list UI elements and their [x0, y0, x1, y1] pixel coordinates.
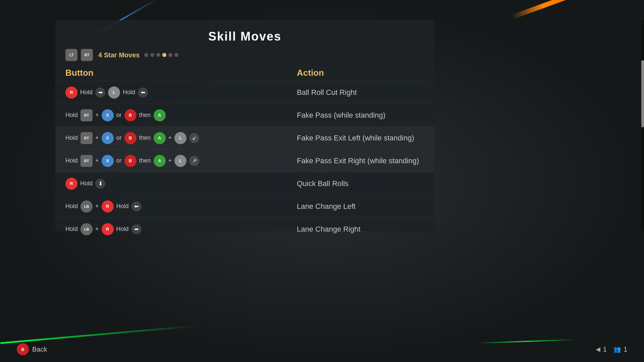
scrollbar-thumb[interactable]	[641, 60, 644, 127]
bottom-bar: B Back ◀ 1 👥 1	[0, 343, 644, 355]
plus-4a: +	[95, 157, 99, 164]
action-name-3: Fake Pass Exit Left (while standing)	[297, 134, 434, 142]
button-combo-6: Hold LB + R Hold ⬅	[55, 200, 297, 213]
action-name-4: Fake Pass Exit Right (while standing)	[297, 157, 434, 165]
b-icon-2: B	[124, 109, 137, 121]
player-icon: 👥	[613, 346, 621, 353]
move-row-2: Hold RT + X or B then A Fake Pass (while…	[55, 104, 434, 126]
plus-4b: +	[168, 157, 172, 164]
or-4: or	[116, 157, 122, 164]
button-combo-4: Hold RT + X or B then A + L ↗	[55, 155, 297, 167]
r-icon-1: R	[65, 86, 77, 99]
a-icon-3: A	[154, 132, 166, 144]
action-name-6: Lane Change Left	[297, 202, 434, 211]
x-icon-4: X	[102, 155, 114, 167]
r-icon-6: R	[102, 200, 114, 213]
action-name-2: Fake Pass (while standing)	[297, 111, 434, 120]
page-info: ◀ 1 👥 1	[596, 346, 627, 353]
hold-text-3: Hold	[65, 134, 78, 141]
back-button[interactable]: B Back	[17, 343, 47, 355]
button-combo-7: Hold LB + R Hold ➡	[55, 223, 297, 235]
move-row-1: R Hold ➡ L Hold ⬅ Ball Roll Cut Right	[55, 81, 434, 104]
move-row-7: Hold LB + R Hold ➡ Lane Change Right	[55, 218, 434, 240]
arrow-down-5: ⬇	[95, 179, 105, 189]
hold-text-2: Hold	[65, 112, 78, 119]
hold-text-6: Hold	[65, 203, 78, 210]
arrow-left-1: ⬅	[138, 87, 148, 98]
lb-icon-7: LB	[80, 223, 93, 235]
hold-text-5: Hold	[80, 180, 93, 187]
then-2: then	[139, 112, 151, 119]
l-icon-1: L	[108, 86, 120, 99]
dot-indicators	[144, 53, 178, 57]
rt-icon-3: RT	[80, 132, 93, 144]
button-combo-5: R Hold ⬇	[55, 178, 297, 190]
rt-button[interactable]: RT	[81, 49, 93, 61]
plus-3b: +	[168, 134, 172, 141]
r-icon-5: R	[65, 178, 77, 190]
category-label: 4 Star Moves	[98, 51, 140, 59]
plus-3a: +	[95, 134, 99, 141]
action-column-header: Action	[297, 68, 434, 78]
button-combo-1: R Hold ➡ L Hold ⬅	[55, 86, 297, 99]
page-title: Skill Moves	[55, 20, 434, 49]
dot-1	[144, 53, 148, 57]
action-name-7: Lane Change Right	[297, 225, 434, 234]
moves-list: R Hold ➡ L Hold ⬅ Ball Roll Cut Right Ho…	[55, 81, 434, 244]
arrow-right-7: ➡	[131, 224, 142, 234]
hold-text-1: Hold	[80, 89, 93, 96]
hold-text-6b: Hold	[116, 203, 129, 210]
b-icon-4: B	[124, 155, 137, 167]
b-back-icon: B	[17, 343, 29, 355]
then-3: then	[139, 134, 151, 141]
a-icon-2: A	[154, 109, 166, 121]
or-3: or	[116, 134, 122, 141]
page-number: 1	[603, 346, 607, 353]
action-name-5: Quick Ball Rolls	[297, 179, 434, 188]
arrow-left-6: ⬅	[131, 201, 142, 212]
move-row-4: → Hold RT + X or B then A + L ↗ Fake Pas…	[55, 149, 434, 172]
l-icon-3: L	[174, 132, 186, 144]
dot-5	[168, 53, 172, 57]
player-indicator: 👥 1	[613, 346, 627, 353]
page-indicator: ◀ 1	[596, 346, 607, 353]
b-icon-3: B	[124, 132, 137, 144]
arrow-right-1: ➡	[95, 87, 105, 98]
dot-4-active	[162, 53, 166, 57]
dot-2	[150, 53, 154, 57]
rt-icon-4: RT	[80, 155, 93, 167]
lt-button[interactable]: LT	[65, 49, 77, 61]
move-row-6: Hold LB + R Hold ⬅ Lane Change Left	[55, 195, 434, 218]
player-count: 1	[624, 346, 627, 353]
plus-6: +	[95, 203, 99, 210]
main-panel: Skill Moves LT RT 4 Star Moves Button Ac…	[55, 20, 434, 231]
lb-icon-6: LB	[80, 200, 93, 213]
hold-text-7b: Hold	[116, 226, 129, 233]
l-icon-4: L	[174, 155, 186, 167]
prev-page-icon[interactable]: ◀	[596, 346, 600, 353]
then-4: then	[139, 157, 151, 164]
or-2: or	[116, 112, 122, 119]
dot-3	[156, 53, 160, 57]
column-headers: Button Action	[55, 64, 434, 81]
x-icon-2: X	[102, 109, 114, 121]
rt-icon-2: RT	[80, 109, 93, 121]
plus-7: +	[95, 226, 99, 233]
x-icon-3: X	[102, 132, 114, 144]
hold-text-7: Hold	[65, 226, 78, 233]
button-combo-2: Hold RT + X or B then A	[55, 109, 297, 121]
tab-navigation: LT RT 4 Star Moves	[55, 49, 434, 64]
arrow-downleft-3: ↙	[189, 133, 199, 143]
move-row-3: → Hold RT + X or B then A + L ↙ Fake Pas…	[55, 126, 434, 149]
a-icon-4: A	[154, 155, 166, 167]
r-icon-7: R	[102, 223, 114, 235]
move-row-5: R Hold ⬇ Quick Ball Rolls	[55, 172, 434, 195]
back-label: Back	[32, 346, 47, 353]
arrow-upright-4: ↗	[189, 156, 199, 166]
button-combo-3: Hold RT + X or B then A + L ↙	[55, 132, 297, 144]
hold-text-4: Hold	[65, 157, 78, 164]
hold-text-1b: Hold	[123, 89, 135, 96]
scrollbar[interactable]	[641, 20, 644, 231]
action-name-1: Ball Roll Cut Right	[297, 88, 434, 97]
dot-6	[174, 53, 178, 57]
